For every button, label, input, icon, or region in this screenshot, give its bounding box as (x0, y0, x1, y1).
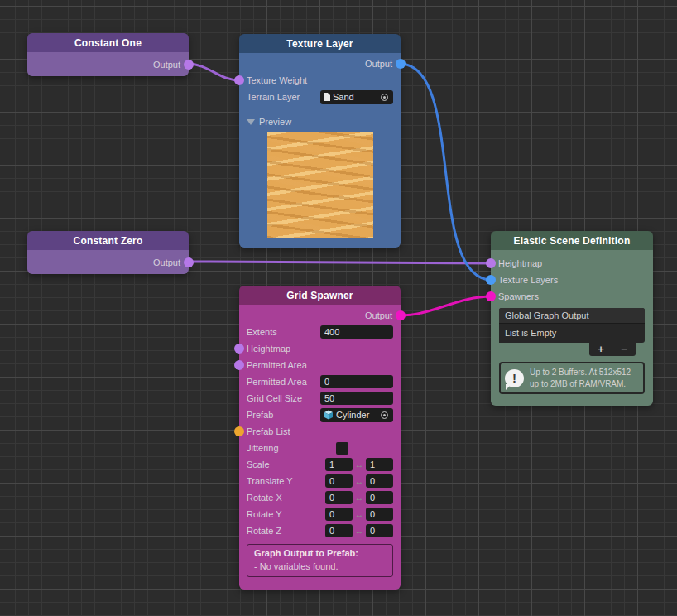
spawners-port[interactable] (486, 291, 496, 301)
translate-y-min-input[interactable] (325, 474, 353, 488)
permitted-area-port-row: Permitted Area (239, 357, 401, 373)
prefab-value: Cylinder (336, 410, 374, 420)
output-row: Output (239, 55, 401, 72)
scale-max-input[interactable] (366, 458, 393, 471)
wire-texturelayer-texturelayers[interactable] (400, 64, 492, 280)
buffer-warning-box: ! Up to 2 Buffers. At 512x512 up to 2MB … (499, 362, 645, 394)
wire-gridspawner-spawners[interactable] (400, 296, 492, 315)
wire-constantone-textureweight[interactable] (188, 64, 240, 80)
node-title[interactable]: Constant One (27, 33, 189, 52)
extents-row: Extents (239, 324, 401, 340)
extents-input[interactable] (320, 325, 393, 339)
rotate-y-min-input[interactable] (325, 508, 353, 521)
output-port[interactable] (184, 257, 194, 267)
texture-weight-row: Texture Weight (239, 72, 401, 89)
foldout-arrow-icon (247, 119, 255, 125)
global-graph-output-list: Global Graph Output List is Empty (499, 308, 645, 343)
rotate-z-label: Rotate Z (247, 526, 281, 536)
spawners-label: Spawners (498, 291, 539, 301)
permitted-area-input[interactable] (320, 375, 393, 388)
add-item-button[interactable]: + (598, 344, 604, 354)
node-title[interactable]: Constant Zero (27, 231, 189, 250)
node-grid-spawner[interactable]: Grid Spawner Output Extents Heightmap Pe… (239, 286, 401, 590)
range-arrow-icon: ↔ (353, 509, 366, 519)
remove-item-button[interactable]: − (621, 344, 627, 354)
prefab-list-label: Prefab List (247, 426, 290, 436)
rotate-z-max-input[interactable] (366, 524, 393, 537)
texture-layers-port[interactable] (486, 275, 496, 285)
rotate-z-min-input[interactable] (325, 524, 353, 537)
permitted-area-port[interactable] (234, 360, 244, 370)
heightmap-label: Heightmap (247, 344, 290, 354)
terrain-layer-label: Terrain Layer (247, 92, 300, 102)
scale-row: Scale ↔ (239, 456, 401, 473)
infobox-body: - No variables found. (254, 561, 386, 571)
permitted-area-port-label: Permitted Area (247, 360, 307, 370)
rotate-z-row: Rotate Z ↔ (239, 522, 401, 539)
jittering-checkbox[interactable] (336, 442, 348, 455)
node-elastic-scene-definition[interactable]: Elastic Scene Definition Heightmap Textu… (491, 231, 653, 406)
output-row: Output (239, 307, 401, 324)
texture-weight-port[interactable] (234, 75, 244, 85)
translate-y-max-input[interactable] (366, 474, 393, 488)
heightmap-label: Heightmap (498, 258, 542, 268)
prefab-label: Prefab (247, 410, 273, 420)
wire-constantzero-heightmap[interactable] (188, 262, 492, 263)
node-title[interactable]: Texture Layer (239, 34, 401, 53)
extents-label: Extents (247, 327, 277, 337)
output-label: Output (153, 60, 180, 70)
warning-line2: up to 2MB of RAM/VRAM. (530, 379, 626, 388)
terrain-layer-object-field[interactable]: Sand (320, 90, 393, 104)
graph-output-infobox: Graph Output to Prefab: - No variables f… (247, 544, 393, 577)
spawners-row: Spawners (491, 288, 653, 305)
node-constant-zero[interactable]: Constant Zero Output (27, 231, 189, 274)
prefab-list-row: Prefab List (239, 423, 401, 440)
translate-y-label: Translate Y (247, 476, 293, 486)
scale-label: Scale (247, 460, 270, 469)
preview-label: Preview (259, 117, 291, 127)
range-arrow-icon: ↔ (353, 476, 366, 486)
node-title[interactable]: Grid Spawner (239, 286, 401, 305)
graph-canvas[interactable]: Constant One Output Texture Layer Output… (0, 0, 677, 616)
rotate-x-max-input[interactable] (366, 491, 393, 504)
warning-bubble-icon: ! (505, 369, 524, 387)
output-label: Output (365, 59, 392, 69)
heightmap-port[interactable] (234, 344, 244, 354)
jittering-label: Jittering (247, 443, 279, 453)
heightmap-port-row: Heightmap (239, 340, 401, 357)
grid-cell-size-input[interactable] (320, 392, 393, 405)
output-port[interactable] (396, 59, 406, 69)
list-empty-message: List is Empty (499, 324, 645, 343)
grid-cell-size-label: Grid Cell Size (247, 393, 302, 403)
texture-layers-label: Texture Layers (498, 275, 558, 285)
list-footer: + − (589, 342, 636, 356)
jittering-row: Jittering (239, 440, 401, 456)
scale-min-input[interactable] (325, 458, 353, 471)
preview-foldout[interactable]: Preview (247, 117, 401, 127)
permitted-area-label: Permitted Area (247, 377, 307, 387)
terrain-layer-value: Sand (333, 92, 374, 102)
node-texture-layer[interactable]: Texture Layer Output Texture Weight Terr… (239, 34, 401, 248)
grid-cell-size-row: Grid Cell Size (239, 390, 401, 407)
rotate-x-row: Rotate X ↔ (239, 489, 401, 506)
permitted-area-row: Permitted Area (239, 373, 401, 390)
texture-layers-row: Texture Layers (491, 272, 653, 288)
node-constant-one[interactable]: Constant One Output (27, 33, 189, 76)
terrain-layer-row: Terrain Layer Sand (239, 89, 401, 105)
heightmap-port[interactable] (486, 258, 496, 268)
output-port[interactable] (184, 60, 194, 70)
output-label: Output (365, 310, 392, 320)
terrain-layer-asset-icon (324, 93, 330, 101)
prefab-row: Prefab Cylinder (239, 407, 401, 423)
node-title[interactable]: Elastic Scene Definition (491, 231, 653, 250)
rotate-y-max-input[interactable] (366, 508, 393, 521)
prefab-list-port[interactable] (234, 426, 244, 436)
prefab-object-field[interactable]: Cylinder (320, 408, 393, 422)
rotate-x-min-input[interactable] (325, 491, 353, 504)
range-arrow-icon: ↔ (353, 460, 366, 469)
object-picker-icon[interactable] (377, 409, 391, 421)
rotate-y-label: Rotate Y (247, 509, 282, 519)
object-picker-icon[interactable] (377, 91, 391, 103)
output-port[interactable] (396, 310, 406, 320)
texture-weight-label: Texture Weight (247, 75, 307, 85)
